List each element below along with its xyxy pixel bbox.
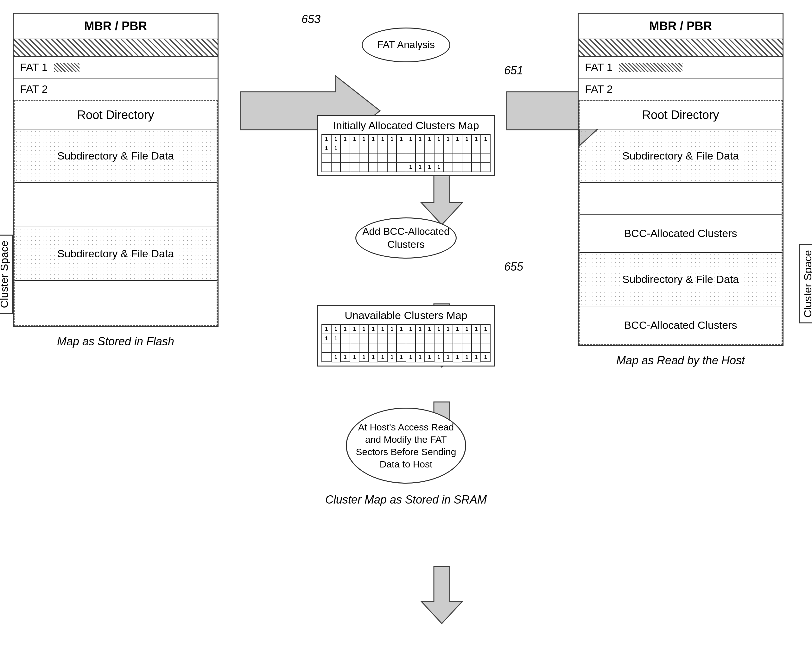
map2-row1: 111111111111111111 bbox=[322, 324, 490, 334]
map1-grid: 111111111111111111 11 1111 bbox=[322, 134, 490, 172]
left-mbr-hatched bbox=[14, 39, 218, 56]
center-bottom-label: Cluster Map as Stored in SRAM bbox=[325, 493, 487, 506]
diagram-container: MBR / PBR FAT 1 FAT 2 Root Director bbox=[0, 0, 812, 658]
ref-651-label: 651 bbox=[504, 64, 523, 77]
right-fat1-label: FAT 1 bbox=[585, 61, 613, 74]
left-cluster-space-label-container: Cluster Space bbox=[0, 177, 13, 371]
add-bcc-label: Add BCC-Allocated Clusters bbox=[356, 225, 456, 251]
right-bcc2-section: BCC-Allocated Clusters bbox=[580, 306, 782, 344]
map1-title: Initially Allocated Clusters Map bbox=[318, 116, 494, 132]
map2-grid: 111111111111111111 11 11111111111111111 bbox=[322, 324, 490, 362]
ref-651-container: 651 bbox=[283, 64, 529, 77]
map1-box: Initially Allocated Clusters Map 1111111… bbox=[317, 115, 495, 176]
left-fat1-label: FAT 1 bbox=[20, 61, 48, 74]
final-oval-label: At Host's Access Read and Modify the FAT… bbox=[347, 418, 465, 473]
right-mbr-label: MBR / PBR bbox=[649, 19, 712, 33]
left-fat2-section: FAT 2 bbox=[14, 78, 218, 100]
right-fat1-section: FAT 1 bbox=[579, 56, 782, 78]
map2-row3 bbox=[322, 343, 490, 353]
left-storage-column: MBR / PBR FAT 1 FAT 2 Root Director bbox=[13, 13, 228, 348]
right-subdir2-label: Subdirectory & File Data bbox=[620, 272, 742, 287]
right-cluster-space-label-container: Cluster Space bbox=[799, 177, 812, 390]
map1-row3 bbox=[322, 154, 490, 163]
left-cluster-space-container: Root Directory Subdirectory & File Data … bbox=[14, 100, 218, 326]
left-empty2-section bbox=[14, 281, 217, 325]
right-storage-block: MBR / PBR FAT 1 FAT 2 Root Director bbox=[578, 13, 784, 346]
right-empty1-section bbox=[580, 183, 782, 215]
ref-653-label: 653 bbox=[302, 13, 320, 26]
add-bcc-oval: Add BCC-Allocated Clusters bbox=[355, 218, 457, 258]
ref-655-container: 655 bbox=[283, 260, 529, 273]
left-subdir2-section: Subdirectory & File Data bbox=[14, 227, 217, 281]
left-fat1-hatched bbox=[54, 63, 80, 72]
left-fat1-section: FAT 1 bbox=[14, 56, 218, 78]
left-subdir1-section: Subdirectory & File Data bbox=[14, 130, 217, 183]
ref-653-container: 653 bbox=[283, 13, 529, 26]
left-empty1-section bbox=[14, 183, 217, 227]
left-root-dir-label: Root Directory bbox=[77, 108, 154, 122]
map1-row2: 11 bbox=[322, 144, 490, 154]
fat-analysis-label: FAT Analysis bbox=[377, 38, 435, 52]
fat-analysis-container: FAT Analysis bbox=[362, 28, 450, 62]
right-root-dir-section: Root Directory bbox=[580, 101, 782, 130]
right-storage-wrapper: MBR / PBR FAT 1 FAT 2 Root Director bbox=[578, 13, 799, 346]
right-storage-column: MBR / PBR FAT 1 FAT 2 Root Director bbox=[578, 13, 799, 367]
map1-row4: 1111 bbox=[322, 163, 490, 172]
right-mbr-section: MBR / PBR bbox=[579, 14, 782, 39]
final-oval: At Host's Access Read and Modify the FAT… bbox=[346, 408, 466, 484]
left-mbr-section: MBR / PBR bbox=[14, 14, 218, 39]
right-subdir1-section: Subdirectory & File Data bbox=[580, 130, 782, 183]
left-subdir2-label: Subdirectory & File Data bbox=[55, 246, 177, 261]
map1-row1: 111111111111111111 bbox=[322, 134, 490, 144]
arrow-map2-to-final bbox=[421, 567, 462, 624]
right-fat2-label: FAT 2 bbox=[585, 83, 613, 95]
map2-row4: 11111111111111111 bbox=[322, 353, 490, 362]
right-bcc1-section: BCC-Allocated Clusters bbox=[580, 215, 782, 253]
map2-title: Unavailable Clusters Map bbox=[318, 306, 494, 321]
fat-analysis-oval: FAT Analysis bbox=[362, 28, 450, 62]
right-subdir2-section: Subdirectory & File Data bbox=[580, 253, 782, 306]
left-bottom-label: Map as Stored in Flash bbox=[13, 335, 218, 348]
svg-marker-7 bbox=[421, 567, 462, 624]
right-cluster-space-label: Cluster Space bbox=[799, 244, 812, 323]
right-fat2-section: FAT 2 bbox=[579, 78, 782, 100]
right-subdir1-label: Subdirectory & File Data bbox=[620, 149, 742, 163]
left-storage-block: MBR / PBR FAT 1 FAT 2 Root Director bbox=[13, 13, 218, 327]
right-mbr-hatched bbox=[579, 39, 782, 56]
left-root-dir-section: Root Directory bbox=[14, 101, 217, 130]
left-cluster-space-label: Cluster Space bbox=[0, 235, 13, 314]
right-cluster-space-container: Root Directory Subdirectory & File Data … bbox=[579, 100, 782, 345]
map2-box: Unavailable Clusters Map 111111111111111… bbox=[317, 305, 495, 366]
right-bcc1-label: BCC-Allocated Clusters bbox=[624, 227, 737, 239]
center-flowchart-column: 653 FAT Analysis 651 Initially Allocated… bbox=[283, 13, 529, 506]
left-subdir1-label: Subdirectory & File Data bbox=[55, 149, 177, 163]
right-bcc2-label: BCC-Allocated Clusters bbox=[624, 319, 737, 331]
right-fat1-hatched bbox=[619, 63, 682, 72]
right-root-dir-label: Root Directory bbox=[642, 108, 719, 122]
right-bottom-label: Map as Read by the Host bbox=[578, 354, 784, 367]
ref-655-label: 655 bbox=[504, 260, 523, 273]
left-mbr-label: MBR / PBR bbox=[84, 19, 147, 33]
left-fat2-label: FAT 2 bbox=[20, 83, 48, 95]
map2-row2: 11 bbox=[322, 334, 490, 344]
